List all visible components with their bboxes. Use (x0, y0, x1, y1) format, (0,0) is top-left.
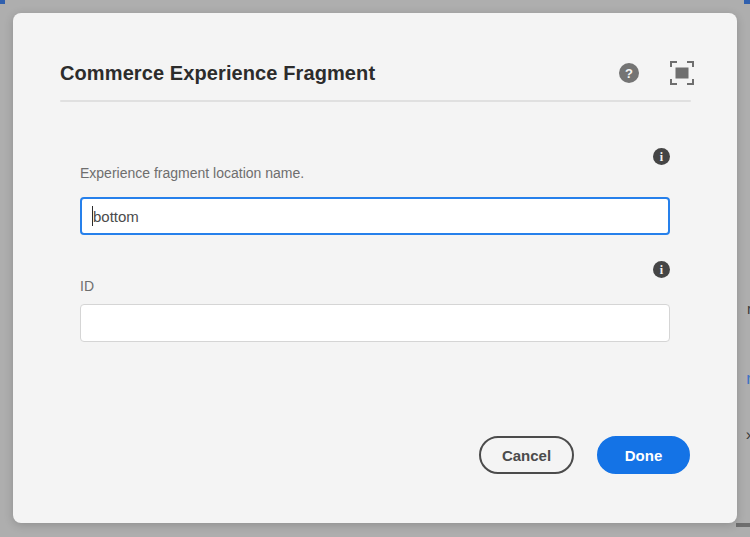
info-row: i (80, 261, 670, 278)
screen: { "dialog": { "title": "Commerce Experie… (0, 0, 750, 537)
background-chevron-fragment: › (746, 427, 750, 443)
id-label: ID (80, 278, 670, 295)
info-icon[interactable]: i (653, 261, 670, 278)
dialog-form: i Experience fragment location name. i I… (80, 148, 670, 342)
info-icon[interactable]: i (653, 148, 670, 165)
dialog-title: Commerce Experience Fragment (60, 62, 375, 85)
background-rule-fragment (0, 0, 5, 4)
location-name-input[interactable] (80, 197, 670, 235)
input-wrap (80, 197, 670, 235)
dialog-header: Commerce Experience Fragment ? (60, 58, 695, 88)
background-rule-fragment (744, 0, 750, 4)
input-wrap (80, 304, 670, 342)
cancel-button[interactable]: Cancel (479, 436, 574, 474)
field-location-name: i Experience fragment location name. (80, 148, 670, 235)
location-name-label: Experience fragment location name. (80, 165, 670, 182)
help-icon[interactable]: ? (619, 63, 639, 83)
done-button[interactable]: Done (597, 436, 690, 474)
dialog-button-row: Cancel Done (13, 436, 690, 474)
field-id: i ID (80, 261, 670, 342)
commerce-experience-fragment-dialog: Commerce Experience Fragment ? i Experie… (13, 13, 737, 523)
fullscreen-icon[interactable] (669, 60, 695, 86)
background-link-fragment: r (746, 370, 750, 387)
info-row: i (80, 148, 670, 165)
text-caret (92, 206, 93, 226)
header-icons: ? (619, 60, 695, 86)
header-divider (60, 100, 691, 102)
id-input[interactable] (80, 304, 670, 342)
background-divider-fragment (736, 523, 750, 527)
